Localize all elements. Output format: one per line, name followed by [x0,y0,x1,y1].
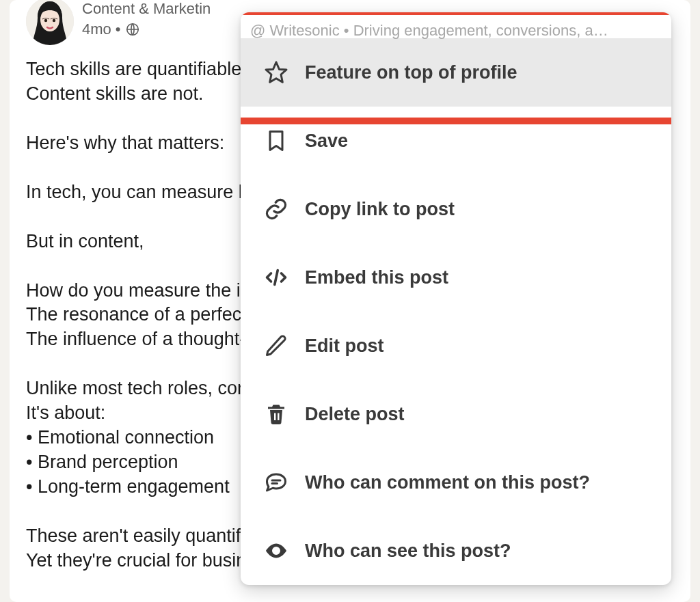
menu-item-edit[interactable]: Edit post [241,312,671,380]
code-icon [264,265,288,290]
menu-item-label: Save [305,131,348,152]
svg-point-9 [274,549,278,553]
menu-item-see[interactable]: Who can see this post? [241,517,671,585]
svg-marker-5 [266,62,286,82]
eye-icon [264,538,288,563]
trash-icon [264,402,288,426]
dot-separator: • [116,20,121,38]
avatar[interactable] [26,0,74,45]
menu-item-label: Copy link to post [305,199,455,220]
menu-item-copy[interactable]: Copy link to post [241,175,671,243]
link-icon [264,197,288,221]
menu-item-label: Embed this post [305,267,448,288]
pencil-icon [264,333,288,358]
star-icon [264,60,288,85]
menu-item-label: Delete post [305,404,405,425]
page-root: Content & Marketin 4mo • Tech sk [0,0,700,602]
menu-item-feature[interactable]: Feature on top of profile [241,38,671,107]
menu-item-label: Edit post [305,336,384,357]
menu-item-embed[interactable]: Embed this post [241,243,671,312]
post-actions-dropdown: @ Writesonic • Driving engagement, conve… [241,12,671,585]
menu-item-save[interactable]: Save [241,107,671,175]
post-time: 4mo [82,20,111,38]
comment-icon [264,470,288,495]
post-card: Content & Marketin 4mo • Tech sk [10,0,690,602]
menu-item-label: Who can see this post? [305,541,511,562]
globe-icon [125,22,140,37]
bookmark-icon [264,128,288,153]
menu-item-delete[interactable]: Delete post [241,380,671,448]
menu-item-comment[interactable]: Who can comment on this post? [241,448,671,517]
svg-line-6 [275,271,278,285]
post-line: This is why content creation is both an … [26,598,674,602]
svg-point-3 [53,19,55,22]
svg-point-2 [44,19,47,22]
menu-item-label: Feature on top of profile [305,62,517,83]
avatar-image [26,0,74,45]
menu-item-label: Who can comment on this post? [305,472,590,493]
